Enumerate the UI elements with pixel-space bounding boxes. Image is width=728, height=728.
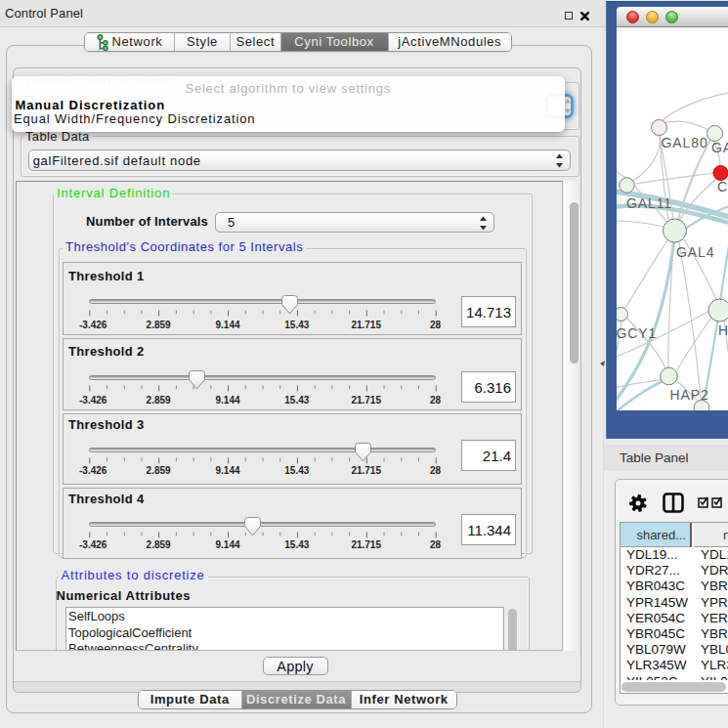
svg-text:CY: CY	[717, 179, 728, 194]
svg-text:GAL11: GAL11	[626, 195, 672, 211]
svg-text:GAL4: GAL4	[676, 244, 714, 260]
svg-text:HI: HI	[718, 322, 728, 338]
svg-text:HAP2: HAP2	[670, 387, 709, 403]
svg-text:GCY1: GCY1	[617, 325, 657, 341]
svg-text:GAL80: GAL80	[662, 135, 708, 150]
svg-text:GA: GA	[711, 140, 728, 155]
